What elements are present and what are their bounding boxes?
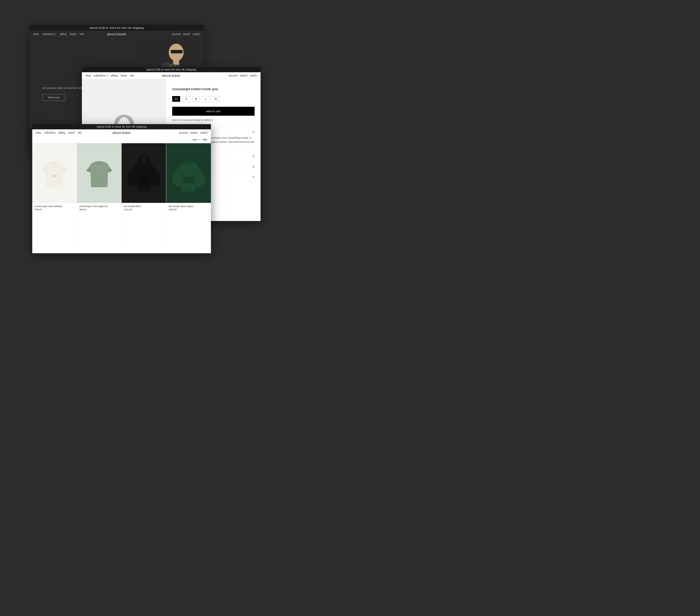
delivery-chevron-icon: ∨: [252, 164, 254, 168]
svg-point-18: [185, 162, 192, 164]
size-l[interactable]: L: [202, 96, 210, 102]
svg-rect-2: [171, 50, 183, 53]
product-price-1: £89.00: [35, 208, 74, 211]
nav-collections[interactable]: collections ∨: [94, 74, 108, 77]
size-xl[interactable]: XL: [212, 96, 220, 102]
product-card-4[interactable]: about:blank box hoodie epsom green £209.…: [166, 143, 211, 252]
product-price-4: £209.99: [169, 208, 209, 211]
site-logo[interactable]: about:blank: [112, 131, 130, 135]
nav-right: account search cart(1): [179, 131, 208, 134]
nav-info[interactable]: info: [78, 131, 82, 134]
size-xs[interactable]: XS: [172, 96, 180, 102]
svg-text:about:blank: about:blank: [142, 172, 146, 173]
svg-text:about:blank: about:blank: [53, 175, 56, 176]
product-banner: spend £130 or more for free UK shipping: [82, 67, 261, 72]
product-info-1: arched logo t-shirt oat/black £89.00: [32, 203, 77, 213]
homepage-nav: shop collections ∨ gifting brand info ab…: [30, 31, 203, 37]
svg-point-15: [140, 162, 148, 164]
nav-account[interactable]: account: [229, 74, 237, 77]
product-header: heavyweight knitted hoodie grey £269.99: [172, 87, 254, 91]
product-info-2: arched logo t-shirt sage/ecru £89.00: [77, 203, 121, 213]
sort-button[interactable]: sort ∨: [192, 138, 199, 141]
nav-shop[interactable]: shop: [85, 74, 91, 77]
product-card-2[interactable]: ⌒ about:blank arched logo t-shirt sage/e…: [77, 143, 122, 252]
product-image-2: ⌒ about:blank: [77, 143, 121, 203]
nav-right: account search cart(1): [172, 33, 200, 36]
product-name-1: arched logo t-shirt oat/black: [35, 205, 74, 208]
svg-text:about:blank: about:blank: [187, 172, 190, 173]
shop-nav: shop collections gifting brand info abou…: [32, 130, 211, 136]
nav-left: shop collections gifting brand info: [36, 131, 82, 134]
nav-search[interactable]: search: [240, 74, 247, 77]
window-shop: spend £130 or more for free UK shipping …: [32, 124, 211, 253]
product-image-3: about:blank: [122, 143, 166, 203]
product-name: heavyweight knitted hoodie grey: [172, 87, 218, 91]
add-to-cart-button[interactable]: add to cart: [172, 107, 254, 116]
nav-cart[interactable]: cart(1): [200, 131, 208, 134]
nav-cart[interactable]: cart(1): [250, 74, 257, 77]
nav-collections[interactable]: collections: [44, 131, 56, 134]
size-options: XS S M L XL: [172, 96, 254, 102]
product-name-2: arched logo t-shirt sage/ecru: [79, 205, 119, 208]
stock-status: item is in stock and ready for delivery: [172, 119, 254, 121]
nav-search[interactable]: search: [190, 131, 198, 134]
extra-chevron-icon: ∨: [252, 174, 254, 178]
collections-chevron-icon: ∨: [54, 33, 56, 36]
nav-shop[interactable]: shop: [36, 131, 41, 134]
nav-brand[interactable]: brand: [70, 33, 76, 36]
product-info-3: box hoodie black £145.00: [122, 203, 166, 213]
product-card-1[interactable]: ⌒ about:blank arched logo t-shirt oat/bl…: [32, 143, 77, 252]
nav-info[interactable]: info: [80, 33, 84, 36]
collections-chevron-icon: ∨: [106, 74, 108, 77]
product-info-4: box hoodie epsom green £209.99: [166, 203, 211, 213]
product-card-3[interactable]: about:blank box hoodie black £145.00: [122, 143, 166, 252]
product-image-4: about:blank: [166, 143, 211, 203]
description-chevron-icon: ∧: [252, 130, 254, 134]
nav-info[interactable]: info: [130, 74, 134, 77]
nav-search[interactable]: search: [183, 33, 190, 36]
nav-cart[interactable]: cart(1): [193, 33, 200, 36]
filter-button[interactable]: filter: [203, 138, 208, 141]
product-nav: shop collections ∨ gifting brand info ab…: [82, 72, 261, 79]
product-image-1: ⌒ about:blank: [32, 143, 77, 203]
size-s[interactable]: S: [182, 96, 190, 102]
homepage-banner: spend £130 or more for free UK shipping: [30, 25, 203, 31]
size-m[interactable]: M: [192, 96, 200, 102]
shop-now-button[interactable]: shop now: [42, 94, 65, 101]
site-logo[interactable]: about:blank: [107, 32, 126, 36]
nav-shop[interactable]: shop: [33, 33, 39, 36]
nav-collections[interactable]: collections ∨: [42, 33, 57, 36]
svg-text:⌒: ⌒: [99, 174, 100, 175]
sort-chevron-icon: ∨: [198, 139, 199, 141]
product-name-3: box hoodie black: [124, 205, 163, 208]
nav-account[interactable]: account: [172, 33, 180, 36]
nav-gifting[interactable]: gifting: [60, 33, 66, 36]
product-price-3: £145.00: [124, 208, 163, 211]
nav-account[interactable]: account: [179, 131, 188, 134]
svg-text:⌒: ⌒: [54, 174, 55, 175]
svg-text:about:blank: about:blank: [98, 175, 101, 176]
nav-gifting[interactable]: gifting: [59, 131, 65, 134]
product-grid: ⌒ about:blank arched logo t-shirt oat/bl…: [32, 143, 211, 252]
site-logo[interactable]: about:blank: [162, 74, 180, 77]
shop-banner: spend £130 or more for free UK shipping: [32, 124, 211, 130]
nav-gifting[interactable]: gifting: [111, 74, 117, 77]
nav-left: shop collections ∨ gifting brand info: [33, 33, 84, 36]
nav-right: account search cart(1): [229, 74, 257, 77]
product-price-2: £89.00: [79, 208, 119, 211]
details-chevron-icon: ∨: [252, 154, 254, 158]
nav-left: shop collections ∨ gifting brand info: [85, 74, 134, 77]
shop-toolbar: sort ∨ filter: [32, 136, 211, 143]
product-name-4: box hoodie epsom green: [169, 205, 209, 208]
nav-brand[interactable]: brand: [121, 74, 127, 77]
nav-brand[interactable]: brand: [68, 131, 75, 134]
